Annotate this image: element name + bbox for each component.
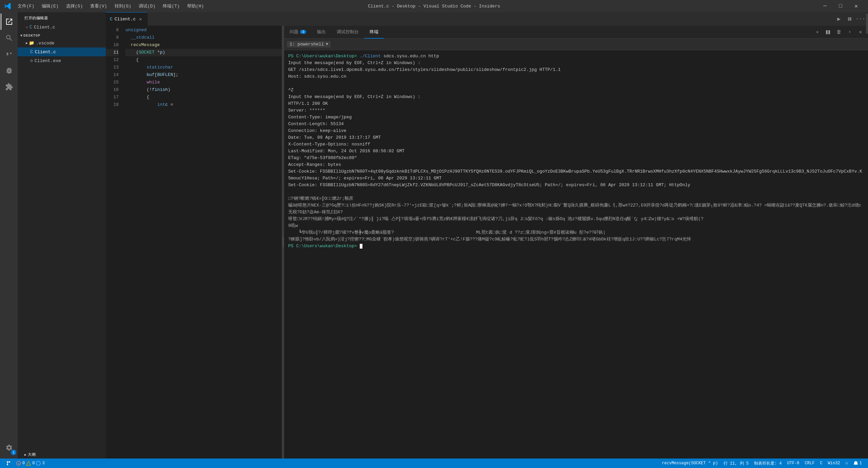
code-scroll: 8 9 10 11 12 13 14 15 16 17 18 unsigned (106, 26, 282, 459)
split-terminal-button[interactable] (823, 27, 833, 37)
sidebar-open-editor-client[interactable]: ✕ C Client.c (18, 23, 106, 32)
status-line-ending[interactable]: CRLF (802, 459, 817, 468)
term-line-14: X-Content-Type-Options: nosniff (288, 141, 864, 148)
term-line-9: Server: ****** (288, 107, 864, 114)
menu-select[interactable]: 选择(S) (63, 2, 86, 11)
status-git[interactable] (3, 459, 14, 468)
vscode-logo (4, 2, 12, 10)
panel-actions: ＋ 🗑 › ✕ (812, 27, 868, 37)
close-button[interactable]: ✕ (848, 0, 864, 12)
activity-extensions[interactable] (1, 79, 17, 95)
line-ending: CRLF (805, 461, 815, 466)
term-line-2: Input the message(end by EOF, Ctrl+Z in … (288, 60, 864, 66)
minimize-button[interactable]: ─ (817, 0, 833, 12)
kill-terminal-button[interactable]: 🗑 (834, 27, 844, 37)
status-function[interactable]: recvMessage(SOCKET * p) (659, 459, 721, 468)
shell-dropdown-icon: ▼ (326, 42, 328, 46)
error-count: 0 (22, 461, 25, 466)
window-controls: ─ □ ✕ (817, 0, 864, 12)
split-editor-button[interactable] (845, 14, 854, 24)
term-line-19: Set-Cookie: FSSBBIl1UgzbN7N80S=8dY27d6Tn… (288, 182, 864, 189)
maximize-panel-button[interactable]: › (845, 27, 854, 37)
notification-count: 1 (860, 461, 862, 466)
feedback-icon: ☺ (846, 461, 848, 466)
term-line-18: Set-Cookie: FSSBBIl1UgzbN7N80T=4qt08yGqd… (288, 168, 864, 182)
term-line-24: 9吼w (288, 222, 864, 229)
close-editor-icon[interactable]: ✕ (26, 25, 28, 30)
panel-tab-debug-console[interactable]: 调试控制台 (331, 26, 364, 39)
open-editors-title: 打开的编辑器 (18, 12, 106, 23)
sync-badge: 1 (11, 450, 16, 455)
warning-count: 0 (32, 461, 35, 466)
code-line-9: __stdcall (125, 34, 282, 41)
desktop-section-header[interactable]: ▼ DESKTOP (18, 32, 106, 39)
activity-bottom: 1 (1, 440, 17, 456)
term-line-12: Connection: keep-alive (288, 128, 864, 134)
line-num-13: 13 (106, 64, 119, 71)
menu-terminal[interactable]: 终端(T) (159, 2, 183, 11)
sidebar-item-client-c[interactable]: C Client.c (18, 47, 106, 56)
client-exe-name: Client.exe (35, 58, 61, 63)
shell-selector[interactable]: 1: powershell ▼ (287, 41, 331, 47)
menu-help[interactable]: 帮助(H) (184, 2, 207, 11)
status-notifications[interactable]: 1 (851, 459, 865, 468)
tab-close-icon[interactable]: ✕ (139, 16, 142, 22)
tab-client-c[interactable]: C Client.c ✕ (106, 12, 148, 26)
status-feedback[interactable]: ☺ (843, 459, 851, 468)
status-language[interactable]: C (817, 459, 825, 468)
activity-debug[interactable] (1, 62, 17, 79)
menu-view[interactable]: 查看(V) (87, 2, 110, 11)
activity-explorer[interactable] (1, 14, 17, 30)
status-errors[interactable]: ✕ 0 0 3 (14, 459, 47, 468)
desktop-title: DESKTOP (23, 34, 40, 38)
maximize-button[interactable]: □ (833, 0, 848, 12)
sidebar-item-vscode[interactable]: ▶ 📁 .vscode (18, 39, 106, 47)
terminal-content[interactable]: PS C:\Users\wukan\Desktop> ./Client sdcs… (284, 50, 868, 459)
term-line-22: 嘁8@嗒憨片NEX-三@?Gq歷?□i∖份HFn%??j购SK}院Rr乐-7?'… (288, 202, 864, 216)
menu-edit[interactable]: 编辑(E) (38, 2, 62, 11)
activity-search[interactable] (1, 30, 17, 46)
tab-size: 制表符长度: 4 (754, 461, 782, 466)
code-line-15: while (125, 79, 282, 86)
code-pane[interactable]: 8 9 10 11 12 13 14 15 16 17 18 unsigned (106, 26, 282, 459)
svg-point-2 (7, 464, 8, 465)
term-line-5 (288, 80, 864, 87)
status-position[interactable]: 行 11, 列 5 (721, 459, 751, 468)
menu-goto[interactable]: 转到(G) (111, 2, 135, 11)
new-terminal-button[interactable]: ＋ (812, 27, 822, 37)
sidebar-item-client-exe[interactable]: ⚙ Client.exe (18, 56, 106, 65)
shell-name: 1: powershell (290, 42, 324, 47)
panel-tab-output[interactable]: 输出 (312, 26, 331, 39)
status-platform[interactable]: Win32 (825, 459, 843, 468)
term-line-10: Content-Type: image/jpeg (288, 114, 864, 121)
language: C (820, 461, 822, 466)
line-col: 行 11, 列 5 (724, 461, 749, 466)
menu-file[interactable]: 文件(F) (14, 2, 38, 11)
outline-section[interactable]: ▶ 大纲 (18, 449, 106, 459)
term-line-20 (288, 189, 864, 195)
status-encoding[interactable]: UTF-8 (785, 459, 802, 468)
panel-tab-problems[interactable]: 问题 3 (284, 26, 312, 39)
platform: Win32 (828, 461, 840, 466)
panel-tabs: 问题 3 输出 调试控制台 终端 ＋ (284, 26, 868, 39)
term-line-17: Accept-Ranges: bytes (288, 161, 864, 168)
c-file-icon: C (29, 24, 32, 30)
menu-debug[interactable]: 调试(D) (135, 2, 159, 11)
function-info: recvMessage(SOCKET * p) (662, 461, 718, 466)
line-numbers: 8 9 10 11 12 13 14 15 16 17 18 (106, 26, 123, 459)
outline-header[interactable]: ▶ 大纲 (24, 452, 102, 457)
panel-tab-terminal[interactable]: 终端 (364, 26, 384, 39)
more-actions-button[interactable]: ··· (856, 14, 865, 24)
terminal-label: 终端 (370, 29, 378, 35)
activity-settings[interactable]: 1 (1, 440, 17, 456)
close-panel-button[interactable]: ✕ (856, 27, 865, 37)
line-num-18: 18 (106, 101, 119, 109)
status-right: recvMessage(SOCKET * p) 行 11, 列 5 制表符长度:… (659, 459, 865, 468)
activity-source-control[interactable] (1, 46, 17, 62)
outline-label: 大纲 (28, 452, 36, 457)
run-button[interactable]: ▶ (834, 14, 844, 24)
status-tab-size[interactable]: 制表符长度: 4 (751, 459, 785, 468)
vscode-folder-name: .vscode (36, 41, 55, 46)
term-line-11: Content-Length: 55134 (288, 121, 864, 128)
tab-client-c-label: Client.c (115, 17, 136, 22)
